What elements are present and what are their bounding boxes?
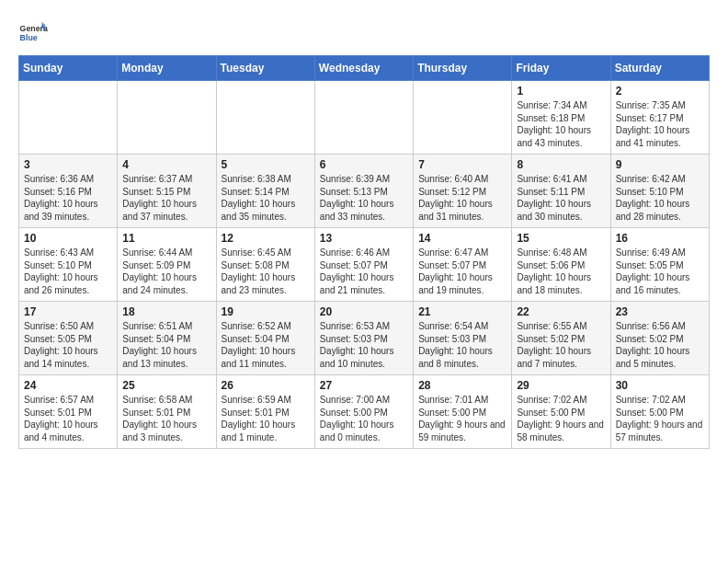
day-number: 19 — [222, 305, 310, 318]
cell-daylight-info: Sunrise: 6:56 AM Sunset: 5:02 PM Dayligh… — [616, 320, 704, 370]
cell-daylight-info: Sunrise: 7:02 AM Sunset: 5:00 PM Dayligh… — [517, 394, 605, 443]
cell-daylight-info: Sunrise: 7:00 AM Sunset: 5:00 PM Dayligh… — [320, 394, 408, 443]
cell-daylight-info: Sunrise: 6:58 AM Sunset: 5:01 PM Dayligh… — [122, 394, 210, 443]
cell-daylight-info: Sunrise: 6:40 AM Sunset: 5:12 PM Dayligh… — [418, 173, 506, 223]
day-number: 25 — [122, 379, 210, 392]
calendar-cell — [314, 81, 413, 155]
day-number: 17 — [24, 305, 112, 318]
day-number: 10 — [24, 232, 112, 245]
calendar-cell: 6Sunrise: 6:39 AM Sunset: 5:13 PM Daylig… — [314, 155, 413, 228]
svg-text:Blue: Blue — [20, 33, 38, 42]
calendar-cell: 23Sunrise: 6:56 AM Sunset: 5:02 PM Dayli… — [610, 302, 709, 375]
cell-daylight-info: Sunrise: 6:47 AM Sunset: 5:07 PM Dayligh… — [418, 247, 506, 296]
calendar-cell: 14Sunrise: 6:47 AM Sunset: 5:07 PM Dayli… — [414, 228, 512, 302]
cell-daylight-info: Sunrise: 6:51 AM Sunset: 5:04 PM Dayligh… — [122, 320, 210, 370]
cell-daylight-info: Sunrise: 6:38 AM Sunset: 5:14 PM Dayligh… — [222, 173, 310, 223]
day-number: 5 — [222, 158, 310, 171]
calendar-week-row: 17Sunrise: 6:50 AM Sunset: 5:05 PM Dayli… — [19, 302, 710, 375]
day-number: 24 — [24, 379, 112, 392]
calendar-cell: 8Sunrise: 6:41 AM Sunset: 5:11 PM Daylig… — [512, 155, 610, 228]
day-number: 26 — [222, 379, 310, 392]
cell-daylight-info: Sunrise: 6:57 AM Sunset: 5:01 PM Dayligh… — [24, 394, 112, 443]
day-number: 15 — [517, 232, 605, 245]
calendar-cell: 11Sunrise: 6:44 AM Sunset: 5:09 PM Dayli… — [118, 228, 216, 302]
calendar-week-row: 3Sunrise: 6:36 AM Sunset: 5:16 PM Daylig… — [19, 155, 710, 228]
cell-daylight-info: Sunrise: 6:45 AM Sunset: 5:08 PM Dayligh… — [222, 247, 310, 296]
calendar-cell: 12Sunrise: 6:45 AM Sunset: 5:08 PM Dayli… — [216, 228, 314, 302]
day-number: 6 — [320, 158, 408, 171]
calendar-week-row: 24Sunrise: 6:57 AM Sunset: 5:01 PM Dayli… — [19, 375, 710, 449]
calendar-cell: 13Sunrise: 6:46 AM Sunset: 5:07 PM Dayli… — [314, 228, 413, 302]
day-number: 8 — [517, 158, 605, 171]
cell-daylight-info: Sunrise: 6:48 AM Sunset: 5:06 PM Dayligh… — [517, 247, 605, 296]
day-number: 20 — [320, 305, 408, 318]
calendar-cell: 21Sunrise: 6:54 AM Sunset: 5:03 PM Dayli… — [414, 302, 512, 375]
calendar-cell — [118, 81, 216, 155]
day-number: 9 — [616, 158, 704, 171]
day-number: 7 — [418, 158, 506, 171]
calendar-cell: 9Sunrise: 6:42 AM Sunset: 5:10 PM Daylig… — [610, 155, 709, 228]
cell-daylight-info: Sunrise: 6:52 AM Sunset: 5:04 PM Dayligh… — [222, 320, 310, 370]
weekday-header-tuesday: Tuesday — [216, 56, 314, 81]
cell-daylight-info: Sunrise: 6:36 AM Sunset: 5:16 PM Dayligh… — [24, 173, 112, 223]
weekday-header-monday: Monday — [118, 56, 216, 81]
calendar-cell: 10Sunrise: 6:43 AM Sunset: 5:10 PM Dayli… — [19, 228, 118, 302]
day-number: 14 — [418, 232, 506, 245]
header: General Blue — [18, 15, 710, 48]
cell-daylight-info: Sunrise: 6:43 AM Sunset: 5:10 PM Dayligh… — [24, 247, 112, 296]
calendar-cell: 20Sunrise: 6:53 AM Sunset: 5:03 PM Dayli… — [314, 302, 413, 375]
calendar-cell: 2Sunrise: 7:35 AM Sunset: 6:17 PM Daylig… — [610, 81, 709, 155]
cell-daylight-info: Sunrise: 6:54 AM Sunset: 5:03 PM Dayligh… — [418, 320, 506, 370]
calendar-cell: 22Sunrise: 6:55 AM Sunset: 5:02 PM Dayli… — [512, 302, 610, 375]
calendar-cell: 30Sunrise: 7:02 AM Sunset: 5:00 PM Dayli… — [610, 375, 709, 449]
calendar-cell: 3Sunrise: 6:36 AM Sunset: 5:16 PM Daylig… — [19, 155, 118, 228]
day-number: 22 — [517, 305, 605, 318]
cell-daylight-info: Sunrise: 6:41 AM Sunset: 5:11 PM Dayligh… — [517, 173, 605, 223]
calendar-week-row: 10Sunrise: 6:43 AM Sunset: 5:10 PM Dayli… — [19, 228, 710, 302]
cell-daylight-info: Sunrise: 6:59 AM Sunset: 5:01 PM Dayligh… — [222, 394, 310, 443]
day-number: 13 — [320, 232, 408, 245]
day-number: 11 — [122, 232, 210, 245]
day-number: 2 — [616, 85, 704, 98]
cell-daylight-info: Sunrise: 6:46 AM Sunset: 5:07 PM Dayligh… — [320, 247, 408, 296]
day-number: 16 — [616, 232, 704, 245]
calendar-cell: 19Sunrise: 6:52 AM Sunset: 5:04 PM Dayli… — [216, 302, 314, 375]
weekday-header-friday: Friday — [512, 56, 610, 81]
cell-daylight-info: Sunrise: 6:53 AM Sunset: 5:03 PM Dayligh… — [320, 320, 408, 370]
weekday-header-sunday: Sunday — [19, 56, 118, 81]
cell-daylight-info: Sunrise: 6:55 AM Sunset: 5:02 PM Dayligh… — [517, 320, 605, 370]
day-number: 21 — [418, 305, 506, 318]
weekday-header-wednesday: Wednesday — [314, 56, 413, 81]
calendar-cell: 1Sunrise: 7:34 AM Sunset: 6:18 PM Daylig… — [512, 81, 610, 155]
cell-daylight-info: Sunrise: 6:39 AM Sunset: 5:13 PM Dayligh… — [320, 173, 408, 223]
calendar-cell: 18Sunrise: 6:51 AM Sunset: 5:04 PM Dayli… — [118, 302, 216, 375]
calendar-cell — [414, 81, 512, 155]
calendar-cell — [216, 81, 314, 155]
day-number: 18 — [122, 305, 210, 318]
logo: General Blue — [18, 18, 48, 48]
cell-daylight-info: Sunrise: 7:02 AM Sunset: 5:00 PM Dayligh… — [616, 394, 704, 443]
calendar-cell: 25Sunrise: 6:58 AM Sunset: 5:01 PM Dayli… — [118, 375, 216, 449]
day-number: 30 — [616, 379, 704, 392]
calendar-cell: 27Sunrise: 7:00 AM Sunset: 5:00 PM Dayli… — [314, 375, 413, 449]
day-number: 4 — [122, 158, 210, 171]
calendar-cell — [19, 81, 118, 155]
day-number: 27 — [320, 379, 408, 392]
cell-daylight-info: Sunrise: 7:01 AM Sunset: 5:00 PM Dayligh… — [418, 394, 506, 443]
day-number: 28 — [418, 379, 506, 392]
weekday-header-row: SundayMondayTuesdayWednesdayThursdayFrid… — [19, 56, 710, 81]
weekday-header-saturday: Saturday — [610, 56, 709, 81]
calendar-week-row: 1Sunrise: 7:34 AM Sunset: 6:18 PM Daylig… — [19, 81, 710, 155]
cell-daylight-info: Sunrise: 7:35 AM Sunset: 6:17 PM Dayligh… — [616, 99, 704, 149]
calendar-cell: 5Sunrise: 6:38 AM Sunset: 5:14 PM Daylig… — [216, 155, 314, 228]
calendar-cell: 29Sunrise: 7:02 AM Sunset: 5:00 PM Dayli… — [512, 375, 610, 449]
day-number: 23 — [616, 305, 704, 318]
day-number: 3 — [24, 158, 112, 171]
calendar-cell: 24Sunrise: 6:57 AM Sunset: 5:01 PM Dayli… — [19, 375, 118, 449]
weekday-header-thursday: Thursday — [414, 56, 512, 81]
calendar-cell: 26Sunrise: 6:59 AM Sunset: 5:01 PM Dayli… — [216, 375, 314, 449]
cell-daylight-info: Sunrise: 6:42 AM Sunset: 5:10 PM Dayligh… — [616, 173, 704, 223]
cell-daylight-info: Sunrise: 7:34 AM Sunset: 6:18 PM Dayligh… — [517, 99, 605, 149]
calendar-cell: 7Sunrise: 6:40 AM Sunset: 5:12 PM Daylig… — [414, 155, 512, 228]
cell-daylight-info: Sunrise: 6:37 AM Sunset: 5:15 PM Dayligh… — [122, 173, 210, 223]
